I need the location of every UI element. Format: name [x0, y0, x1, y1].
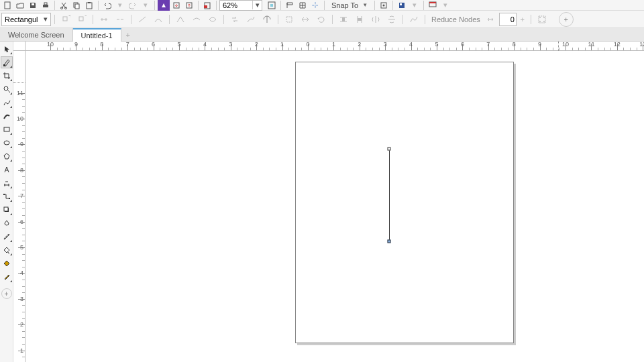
close-curve-button[interactable]	[282, 12, 297, 27]
document-tab-bar: Welcome Screen Untitled-1 +	[0, 28, 644, 42]
polygon-tool[interactable]	[1, 150, 13, 162]
search-content-button[interactable]	[158, 0, 170, 11]
drawn-line-object[interactable]	[389, 149, 390, 241]
add-node-button[interactable]: +	[58, 12, 73, 27]
reflect-nodes-h-button[interactable]	[368, 12, 383, 27]
extend-curve-button[interactable]	[244, 12, 258, 27]
toolbox-customize-button[interactable]: +	[1, 288, 12, 299]
export-button[interactable]	[183, 0, 195, 11]
tab-welcome-screen[interactable]: Welcome Screen	[0, 28, 73, 42]
quick-customize-button[interactable]: +	[559, 12, 574, 27]
snap-to-dropdown[interactable]: Snap To ▼	[327, 0, 372, 11]
align-nodes-h-button[interactable]	[336, 12, 351, 27]
stretch-nodes-button[interactable]	[298, 12, 313, 27]
redo-dropdown-icon[interactable]: ▾	[140, 0, 152, 11]
print-button[interactable]	[40, 0, 52, 11]
smooth-node-button[interactable]	[189, 12, 204, 27]
delete-node-button[interactable]: −	[74, 12, 89, 27]
to-line-button[interactable]	[135, 12, 150, 27]
zoom-level-input[interactable]	[220, 1, 252, 9]
show-rulers-button[interactable]	[284, 0, 296, 11]
open-button[interactable]	[14, 0, 26, 11]
svg-rect-26	[358, 18, 362, 21]
crop-tool[interactable]	[1, 70, 13, 82]
svg-point-33	[4, 86, 8, 90]
selection-mode-combo[interactable]: ▾	[1, 13, 51, 26]
reduce-nodes-spinner[interactable]	[499, 13, 517, 26]
interactive-fill-tool[interactable]	[1, 244, 13, 256]
break-node-button[interactable]	[113, 12, 127, 27]
app-dd-icon[interactable]: ▾	[439, 0, 451, 11]
transparency-tool[interactable]	[1, 217, 13, 229]
artistic-media-tool[interactable]	[1, 110, 13, 122]
launch-dropdown-icon[interactable]: ▾	[409, 0, 421, 11]
reflect-nodes-v-button[interactable]	[384, 12, 399, 27]
tab-untitled-1[interactable]: Untitled-1	[73, 28, 121, 42]
connector-tool[interactable]	[1, 190, 13, 202]
elastic-mode-button[interactable]	[407, 12, 421, 27]
ruler-origin-corner[interactable]	[13, 42, 25, 51]
tab-label: Untitled-1	[81, 32, 113, 40]
reduce-nodes-label: Reduce Nodes	[431, 15, 480, 23]
launch-button[interactable]	[396, 0, 408, 11]
extract-subpath-button[interactable]	[260, 12, 274, 27]
rectangle-tool[interactable]	[1, 123, 13, 135]
app-dropdown-button[interactable]	[427, 0, 439, 11]
show-grid-button[interactable]	[297, 0, 309, 11]
selection-mode-input[interactable]	[2, 15, 41, 23]
vertical-ruler[interactable]: 11109876543210	[13, 51, 25, 362]
options-button[interactable]	[378, 0, 390, 11]
new-tab-button[interactable]: +	[121, 31, 135, 39]
standard-toolbar: ▾ ▾ ▾ Snap To ▼ ▾ ▾	[0, 0, 644, 11]
symmetrical-node-button[interactable]	[205, 12, 220, 27]
to-curve-button[interactable]	[151, 12, 166, 27]
tab-label: Welcome Screen	[8, 31, 64, 39]
zoom-dropdown-icon[interactable]: ▾	[252, 1, 262, 9]
separator	[280, 1, 281, 10]
copy-button[interactable]	[70, 0, 83, 11]
ellipse-tool[interactable]	[1, 137, 13, 149]
workspace[interactable]: 10987654321012345678910111213 1110987654…	[13, 42, 644, 362]
separator	[531, 15, 531, 24]
select-all-nodes-button[interactable]	[535, 12, 549, 27]
cut-button[interactable]	[58, 0, 70, 11]
show-guidelines-button[interactable]	[309, 0, 321, 11]
import-button[interactable]	[170, 0, 182, 11]
drop-shadow-tool[interactable]	[1, 204, 13, 216]
paste-button[interactable]	[83, 0, 95, 11]
color-eyedropper-tool[interactable]	[1, 231, 13, 243]
shape-tool[interactable]	[1, 56, 13, 68]
text-tool[interactable]	[1, 164, 13, 176]
cusp-node-button[interactable]	[173, 12, 188, 27]
smart-fill-tool[interactable]	[1, 257, 13, 269]
zoom-level-combo[interactable]: ▾	[219, 0, 262, 11]
undo-button[interactable]	[101, 0, 113, 11]
svg-point-35	[4, 141, 9, 145]
reduce-nodes-input[interactable]	[500, 15, 516, 23]
undo-dropdown-icon[interactable]: ▾	[114, 0, 126, 11]
reverse-direction-button[interactable]	[227, 12, 242, 27]
line-start-node[interactable]	[388, 147, 391, 151]
separator	[198, 1, 199, 10]
canvas[interactable]	[25, 51, 644, 362]
zoom-tool[interactable]	[1, 83, 13, 95]
new-doc-button[interactable]	[1, 0, 13, 11]
line-end-node[interactable]	[388, 240, 391, 243]
svg-rect-32	[3, 64, 5, 66]
separator	[324, 1, 325, 10]
spin-up-button[interactable]: +	[518, 12, 527, 27]
publish-pdf-button[interactable]	[201, 0, 213, 11]
align-nodes-v-button[interactable]	[352, 12, 367, 27]
outline-pen-tool[interactable]	[1, 271, 13, 283]
freehand-tool[interactable]	[1, 97, 13, 109]
separator	[216, 1, 217, 10]
parallel-dimension-tool[interactable]	[1, 177, 13, 189]
join-nodes-button[interactable]	[97, 12, 111, 27]
chevron-down-icon[interactable]: ▾	[41, 15, 50, 23]
rotate-nodes-button[interactable]	[314, 12, 329, 27]
pick-tool[interactable]	[1, 43, 13, 55]
full-screen-button[interactable]	[266, 0, 278, 11]
save-button[interactable]	[27, 0, 39, 11]
redo-button[interactable]	[127, 0, 139, 11]
horizontal-ruler[interactable]: 10987654321012345678910111213	[25, 42, 644, 51]
